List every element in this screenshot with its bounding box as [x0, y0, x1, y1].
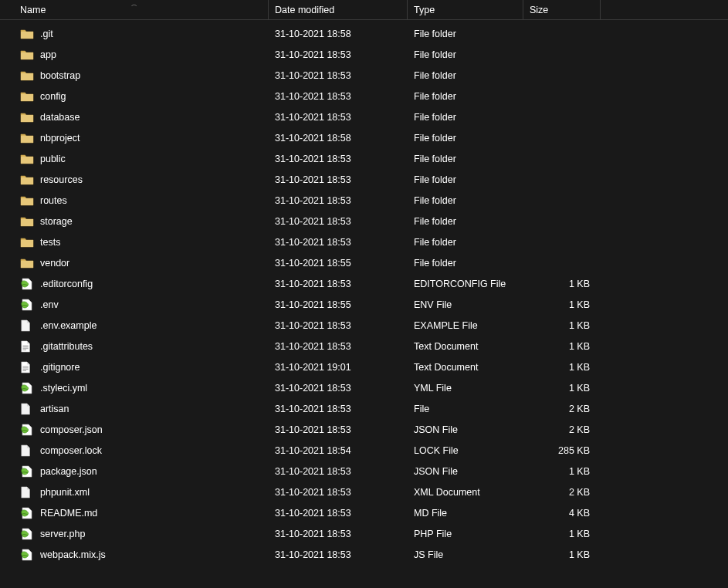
file-type: File folder	[414, 195, 456, 206]
file-name: bootstrap	[40, 70, 80, 81]
file-row[interactable]: nbproject31-10-2021 18:58File folder	[0, 127, 728, 148]
file-name: routes	[40, 195, 67, 206]
file-row[interactable]: README.md31-10-2021 18:53MD File4 KB	[0, 502, 728, 523]
column-header-size[interactable]: Size	[523, 0, 601, 19]
file-row[interactable]: storage31-10-2021 18:53File folder	[0, 211, 728, 231]
file-date-cell: 31-10-2021 18:53	[269, 211, 408, 231]
sort-ascending-icon: ︿	[131, 0, 137, 8]
file-name: nbproject	[40, 133, 80, 144]
file-name-cell: README.md	[0, 502, 269, 523]
folder-icon	[20, 110, 34, 124]
code-icon	[20, 465, 34, 478]
file-name: package.json	[40, 466, 97, 477]
file-date-cell: 31-10-2021 18:53	[269, 315, 408, 336]
file-type-cell: File folder	[408, 86, 523, 106]
file-row[interactable]: vendor31-10-2021 18:55File folder	[0, 252, 728, 273]
file-row[interactable]: .env.example31-10-2021 18:53EXAMPLE File…	[0, 315, 728, 336]
file-size-cell	[523, 23, 601, 44]
file-date-cell: 31-10-2021 18:53	[269, 44, 408, 65]
file-row[interactable]: phpunit.xml31-10-2021 18:53XML Document2…	[0, 482, 728, 502]
file-type-cell: EDITORCONFIG File	[408, 273, 523, 294]
file-icon	[20, 485, 34, 499]
file-name-cell: tests	[0, 231, 269, 252]
file-size: 2 KB	[569, 404, 590, 414]
file-date-cell: 31-10-2021 18:53	[269, 86, 408, 106]
file-name: .styleci.yml	[40, 383, 87, 394]
file-type-cell: EXAMPLE File	[408, 315, 523, 336]
folder-icon	[20, 194, 34, 208]
file-size: 1 KB	[569, 341, 590, 352]
file-size-cell: 2 KB	[523, 419, 601, 440]
column-header-type[interactable]: Type	[408, 0, 523, 19]
file-row[interactable]: server.php31-10-2021 18:53PHP File1 KB	[0, 523, 728, 544]
file-row[interactable]: .gitattributes31-10-2021 18:53Text Docum…	[0, 336, 728, 357]
file-row[interactable]: database31-10-2021 18:53File folder	[0, 106, 728, 127]
file-name: composer.json	[40, 424, 103, 435]
file-name: .git	[40, 29, 53, 39]
file-row[interactable]: composer.json31-10-2021 18:53JSON File2 …	[0, 419, 728, 440]
file-name: public	[40, 154, 66, 164]
file-type: File	[414, 404, 429, 414]
file-name: .gitignore	[40, 362, 80, 373]
file-name: .editorconfig	[40, 279, 93, 289]
file-type-cell: File folder	[408, 23, 523, 44]
file-date-cell: 31-10-2021 18:53	[269, 148, 408, 169]
file-row[interactable]: .env31-10-2021 18:55ENV File1 KB	[0, 294, 728, 315]
file-type-cell: File	[408, 398, 523, 419]
file-size-cell: 1 KB	[523, 273, 601, 294]
file-size-cell	[523, 86, 601, 106]
file-row[interactable]: .editorconfig31-10-2021 18:53EDITORCONFI…	[0, 273, 728, 294]
file-name-cell: routes	[0, 190, 269, 211]
file-date: 31-10-2021 18:53	[275, 383, 351, 394]
file-size-cell	[523, 190, 601, 211]
file-name-cell: bootstrap	[0, 65, 269, 86]
file-row[interactable]: resources31-10-2021 18:53File folder	[0, 169, 728, 190]
file-name: composer.lock	[40, 445, 102, 456]
file-size-cell	[523, 211, 601, 231]
file-row[interactable]: bootstrap31-10-2021 18:53File folder	[0, 65, 728, 86]
file-type: MD File	[414, 508, 447, 519]
file-row[interactable]: package.json31-10-2021 18:53JSON File1 K…	[0, 461, 728, 482]
file-row[interactable]: artisan31-10-2021 18:53File2 KB	[0, 398, 728, 419]
file-type-cell: File folder	[408, 211, 523, 231]
code-icon	[20, 506, 34, 520]
file-name-cell: server.php	[0, 523, 269, 544]
file-type: PHP File	[414, 529, 452, 539]
file-row[interactable]: routes31-10-2021 18:53File folder	[0, 190, 728, 211]
file-name-cell: app	[0, 44, 269, 65]
file-row[interactable]: tests31-10-2021 18:53File folder	[0, 231, 728, 252]
folder-icon	[20, 235, 34, 249]
file-type: ENV File	[414, 299, 452, 310]
column-header-name[interactable]: Name ︿	[0, 0, 269, 19]
file-date-cell: 31-10-2021 18:58	[269, 127, 408, 148]
file-type-cell: File folder	[408, 252, 523, 273]
file-row[interactable]: app31-10-2021 18:53File folder	[0, 44, 728, 65]
file-date: 31-10-2021 19:01	[275, 362, 351, 373]
file-size-cell: 1 KB	[523, 315, 601, 336]
file-row[interactable]: config31-10-2021 18:53File folder	[0, 86, 728, 106]
file-date-cell: 31-10-2021 18:53	[269, 65, 408, 86]
file-name-cell: nbproject	[0, 127, 269, 148]
file-row[interactable]: public31-10-2021 18:53File folder	[0, 148, 728, 169]
file-row[interactable]: .styleci.yml31-10-2021 18:53YML File1 KB	[0, 377, 728, 398]
file-name-cell: webpack.mix.js	[0, 544, 269, 565]
file-list: Name ︿ Date modified Type Size .git31-10…	[0, 0, 728, 588]
file-name-cell: artisan	[0, 398, 269, 419]
file-type: File folder	[414, 133, 456, 144]
file-size-cell	[523, 65, 601, 86]
file-name: storage	[40, 216, 73, 227]
file-rows: .git31-10-2021 18:58File folderapp31-10-…	[0, 20, 728, 565]
file-size-cell	[523, 252, 601, 273]
column-header-date[interactable]: Date modified	[269, 0, 408, 19]
file-row[interactable]: .gitignore31-10-2021 19:01Text Document1…	[0, 357, 728, 377]
file-type: YML File	[414, 383, 452, 394]
file-type-cell: File folder	[408, 65, 523, 86]
file-date: 31-10-2021 18:53	[275, 508, 351, 519]
file-row[interactable]: .git31-10-2021 18:58File folder	[0, 23, 728, 44]
file-row[interactable]: webpack.mix.js31-10-2021 18:53JS File1 K…	[0, 544, 728, 565]
file-size-cell: 2 KB	[523, 398, 601, 419]
folder-icon	[20, 27, 34, 41]
folder-icon	[20, 173, 34, 187]
file-row[interactable]: composer.lock31-10-2021 18:54LOCK File28…	[0, 440, 728, 461]
file-date: 31-10-2021 18:53	[275, 279, 351, 289]
